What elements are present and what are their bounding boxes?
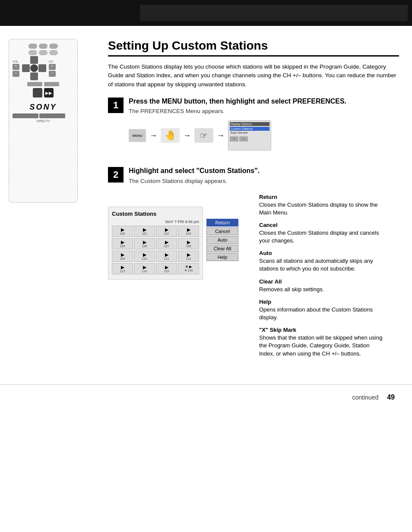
help-button[interactable]: Help — [206, 253, 238, 261]
right-annotations-part: Return Closes the Custom Stations displa… — [255, 194, 386, 363]
station-114: ▶114 — [134, 263, 155, 274]
station-101: ▶101 — [134, 226, 155, 237]
diagram-annotations-wrapper: Custom Stations MAY 7 FRI 9:46 pm ▶100 ▶… — [108, 194, 399, 363]
clearall-annotation: Clear All Removes all skip settings. — [259, 278, 386, 293]
page-footer: continued 49 — [0, 384, 412, 406]
auto-annotation-body: Scans all stations and automatically ski… — [259, 257, 386, 273]
auto-annotation: Auto Scans all stations and automaticall… — [259, 250, 386, 273]
station-110: ▶110 — [134, 251, 155, 262]
station-112: ▶112 — [178, 251, 199, 262]
step-1-content: Press the MENU button, then highlight an… — [129, 97, 399, 157]
station-109: ▶109 — [112, 251, 133, 262]
step-2-block: 2 Highlight and select "Custom Stations"… — [108, 166, 399, 184]
cancel-annotation-body: Closes the Custom Stations display and c… — [259, 229, 386, 245]
station-115: ▶115 — [156, 263, 177, 274]
station-100: ▶100 — [112, 226, 133, 237]
cancel-button[interactable]: Cancel — [206, 227, 238, 235]
top-bar-inner — [140, 5, 408, 21]
return-button[interactable]: Return — [206, 219, 238, 227]
nav-arrow-1: → — [149, 131, 157, 140]
right-content: Setting Up Custom Stations The Custom St… — [95, 35, 412, 367]
step-2-subtitle: The Custom Stations display appears. — [129, 178, 399, 184]
nav-hand-icon-2: ☞ — [194, 128, 213, 143]
station-111: ▶111 — [156, 251, 177, 262]
sony-logo: SONY — [29, 103, 57, 112]
stations-grid-row3: ▶109 ▶110 ▶111 ▶112 — [112, 251, 199, 262]
nav-hand-icon-1: 🤚 — [161, 128, 180, 143]
nav-arrow-2: → — [183, 131, 191, 140]
step-2-number: 2 — [108, 167, 124, 183]
skipmark-annotation-body: Shows that the station will be skipped w… — [259, 334, 386, 358]
clearall-annotation-body: Removes all skip settings. — [259, 286, 386, 293]
station-buttons-column: Return Cancel Auto Clear All Help — [206, 207, 238, 280]
nav-diagram: MENU → 🤚 → ☞ → Display Options Custom St… — [129, 120, 399, 151]
stations-grid-row4: ▶113 ▶114 ▶115 ✕ ▶116 — [112, 263, 199, 274]
continued-label: continued — [352, 394, 378, 401]
help-annotation-body: Opens information about the Custom Stati… — [259, 306, 386, 321]
custom-stations-box: Custom Stations MAY 7 FRI 9:46 pm ▶100 ▶… — [108, 207, 203, 280]
menu-button-icon: MENU — [129, 129, 146, 142]
return-annotation: Return Closes the Custom Stations displa… — [259, 194, 386, 217]
nav-screen-mockup: Display Options Custom Stations Auto Ser… — [228, 120, 271, 151]
stations-time: MAY 7 FRI 9:46 pm — [112, 220, 199, 224]
remote-image: VOL + − CH + − — [9, 39, 78, 203]
nav-arrow-3: → — [217, 131, 225, 140]
step-1-title: Press the MENU button, then highlight an… — [129, 97, 399, 106]
cancel-annotation: Cancel Closes the Custom Stations displa… — [259, 222, 386, 245]
station-108: ▶108 — [178, 238, 199, 249]
station-102: ▶102 — [156, 226, 177, 237]
station-113: ▶113 — [112, 263, 133, 274]
stations-box-header: Custom Stations — [112, 211, 199, 217]
help-annotation-title: Help — [259, 299, 386, 305]
stations-grid-row1: ▶100 ▶101 ▶102 ▶103 — [112, 226, 199, 237]
cancel-annotation-title: Cancel — [259, 222, 386, 228]
screen-menu-title: Display Options — [230, 122, 269, 126]
stations-grid-row2: ▶105 ▶106 ▶107 ▶108 — [112, 238, 199, 249]
step-1-number: 1 — [108, 98, 124, 113]
station-105: ▶105 — [112, 238, 133, 249]
left-diagram-part: Custom Stations MAY 7 FRI 9:46 pm ▶100 ▶… — [108, 194, 255, 363]
station-106: ▶106 — [134, 238, 155, 249]
top-bar — [0, 0, 412, 26]
page-title: Setting Up Custom Stations — [108, 39, 399, 57]
step-1-subtitle: The PREFERENCES Menu appears. — [129, 108, 399, 114]
step-2-content: Highlight and select "Custom Stations". … — [129, 166, 399, 184]
help-annotation: Help Opens information about the Custom … — [259, 299, 386, 321]
skipmark-annotation-title: "X" Skip Mark — [259, 327, 386, 333]
clearall-annotation-title: Clear All — [259, 278, 386, 285]
step-2-title: Highlight and select "Custom Stations". — [129, 166, 399, 176]
clear-all-button[interactable]: Clear All — [206, 245, 238, 252]
station-103: ▶103 — [178, 226, 199, 237]
auto-button[interactable]: Auto — [206, 236, 238, 244]
stations-and-buttons: Custom Stations MAY 7 FRI 9:46 pm ▶100 ▶… — [108, 207, 255, 280]
skipmark-annotation: "X" Skip Mark Shows that the station wil… — [259, 327, 386, 358]
page-number: 49 — [387, 393, 395, 401]
intro-text: The Custom Stations display lets you cho… — [108, 63, 399, 89]
remote-sidebar: VOL + − CH + − — [9, 35, 95, 367]
station-107: ▶107 — [156, 238, 177, 249]
screen-item-auto: Auto Service — [230, 131, 269, 135]
screen-item-custom: Custom Stations — [230, 127, 269, 131]
return-annotation-body: Closes the Custom Stations display to sh… — [259, 201, 386, 217]
return-annotation-title: Return — [259, 194, 386, 200]
auto-annotation-title: Auto — [259, 250, 386, 256]
step-1-block: 1 Press the MENU button, then highlight … — [108, 97, 399, 157]
station-116-skip: ✕ ▶116 — [178, 263, 199, 274]
